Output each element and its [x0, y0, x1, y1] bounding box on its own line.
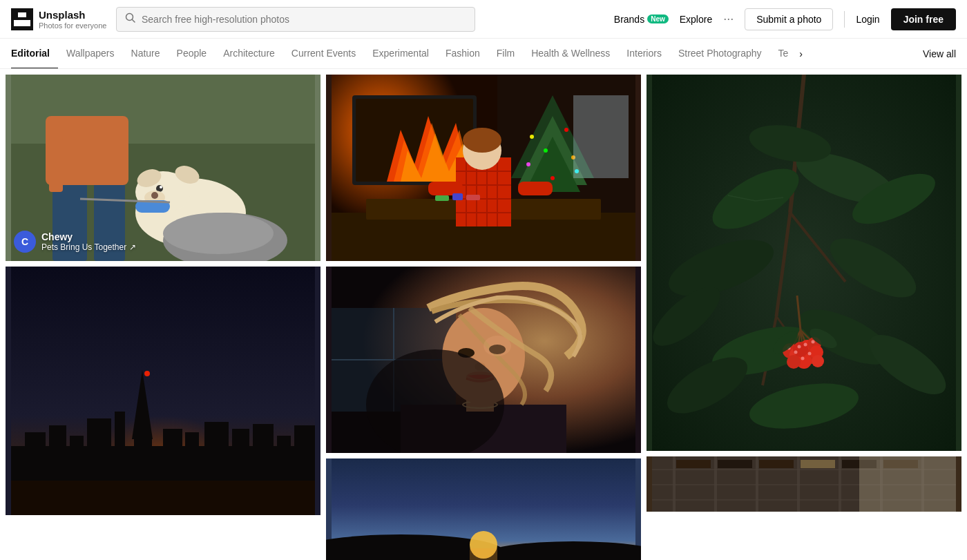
svg-point-139 [804, 343, 807, 347]
svg-point-142 [808, 352, 812, 356]
tab-film[interactable]: Film [488, 39, 523, 69]
svg-rect-0 [11, 8, 33, 30]
svg-rect-27 [70, 436, 84, 474]
svg-rect-161 [759, 460, 794, 468]
svg-rect-40 [277, 436, 291, 474]
photo-architecture[interactable] [647, 456, 961, 512]
svg-rect-100 [470, 548, 497, 560]
photo-col-2 [326, 75, 641, 560]
svg-point-16 [151, 192, 158, 199]
svg-rect-165 [859, 456, 956, 512]
photo-col-3 [647, 75, 961, 560]
svg-rect-41 [294, 425, 315, 474]
view-all-link[interactable]: View all [923, 48, 956, 59]
svg-rect-2 [14, 20, 30, 26]
sponsor-text: Chewy Pets Bring Us Together ↗ [41, 231, 136, 252]
tab-current-events[interactable]: Current Events [283, 39, 364, 69]
svg-rect-75 [435, 195, 449, 201]
svg-rect-38 [232, 429, 249, 474]
svg-point-143 [801, 357, 805, 360]
explore-button[interactable]: Explore [680, 14, 712, 25]
svg-rect-36 [185, 432, 199, 474]
svg-point-59 [550, 176, 555, 180]
nav-chevron-button[interactable]: › [799, 48, 803, 59]
svg-point-54 [564, 128, 568, 132]
svg-point-19 [163, 213, 274, 254]
svg-point-53 [530, 135, 534, 139]
tab-te[interactable]: Te [770, 39, 797, 69]
svg-point-93 [484, 336, 511, 356]
svg-point-141 [794, 351, 798, 354]
svg-rect-159 [676, 460, 711, 468]
svg-rect-29 [115, 412, 125, 474]
svg-rect-1 [18, 12, 26, 17]
photo-grid: C Chewy Pets Bring Us Together ↗ [0, 69, 967, 560]
logo-name: Unsplash [39, 9, 106, 21]
svg-point-14 [160, 186, 162, 189]
new-badge: New [647, 15, 669, 23]
svg-rect-33 [146, 415, 149, 439]
svg-point-144 [798, 345, 801, 349]
logo-sub: Photos for everyone [39, 21, 106, 30]
svg-rect-42 [11, 481, 315, 515]
photo-col-1: C Chewy Pets Bring Us Together ↗ [6, 75, 320, 560]
svg-rect-26 [49, 425, 66, 474]
svg-rect-25 [25, 432, 46, 474]
logo[interactable]: Unsplash Photos for everyone [11, 8, 108, 30]
photo-red-berries[interactable] [647, 75, 961, 451]
svg-rect-162 [801, 460, 835, 468]
svg-rect-160 [718, 460, 752, 468]
search-bar[interactable] [116, 7, 475, 32]
header-right: Brands New Explore ··· Submit a photo Lo… [614, 8, 956, 30]
tab-health-wellness[interactable]: Health & Wellness [523, 39, 618, 69]
sponsor-name: Chewy [41, 231, 136, 242]
search-icon [125, 12, 136, 26]
svg-rect-37 [204, 422, 229, 474]
svg-rect-31 [134, 439, 152, 474]
svg-point-136 [787, 355, 801, 369]
tab-architecture[interactable]: Architecture [215, 39, 283, 69]
sponsor-avatar: C [14, 231, 36, 253]
photo-woman-portrait[interactable] [326, 267, 641, 453]
svg-rect-35 [163, 429, 182, 474]
svg-point-32 [144, 371, 150, 376]
svg-point-72 [463, 128, 501, 153]
svg-point-57 [526, 162, 530, 166]
photo-dog[interactable]: C Chewy Pets Bring Us Together ↗ [6, 75, 320, 261]
search-input[interactable] [142, 14, 466, 25]
divider [844, 11, 845, 28]
sponsor-tagline: Pets Bring Us Together ↗ [41, 242, 136, 252]
svg-point-55 [544, 148, 548, 153]
svg-rect-28 [87, 418, 111, 474]
svg-rect-39 [253, 424, 274, 474]
nav-tabs: Editorial Wallpapers Nature People Archi… [0, 39, 967, 69]
svg-rect-74 [518, 182, 553, 195]
svg-point-137 [812, 355, 824, 367]
tab-editorial[interactable]: Editorial [11, 39, 58, 69]
tab-wallpapers[interactable]: Wallpapers [58, 39, 123, 69]
tab-nature[interactable]: Nature [123, 39, 169, 69]
photo-sunset-landscape[interactable] [326, 458, 641, 560]
header: Unsplash Photos for everyone Brands New … [0, 0, 967, 39]
tab-fashion[interactable]: Fashion [437, 39, 488, 69]
tab-experimental[interactable]: Experimental [364, 39, 437, 69]
photo-city-sunset[interactable] [6, 267, 320, 515]
sponsor-overlay: C Chewy Pets Bring Us Together ↗ [14, 231, 136, 253]
more-button[interactable]: ··· [723, 12, 734, 26]
svg-rect-78 [573, 95, 629, 178]
tab-interiors[interactable]: Interiors [618, 39, 670, 69]
unsplash-logo-icon [11, 8, 33, 30]
svg-rect-34 [144, 436, 151, 439]
tab-people[interactable]: People [169, 39, 216, 69]
submit-photo-button[interactable]: Submit a photo [745, 8, 833, 30]
svg-rect-20 [49, 137, 63, 192]
brands-button[interactable]: Brands New [614, 14, 669, 25]
join-button[interactable]: Join free [891, 8, 956, 30]
tab-street-photography[interactable]: Street Photography [670, 39, 770, 69]
svg-rect-77 [466, 195, 480, 200]
login-button[interactable]: Login [856, 14, 879, 25]
svg-point-140 [812, 340, 815, 344]
photo-christmas-child[interactable] [326, 75, 641, 261]
svg-rect-76 [452, 193, 463, 200]
